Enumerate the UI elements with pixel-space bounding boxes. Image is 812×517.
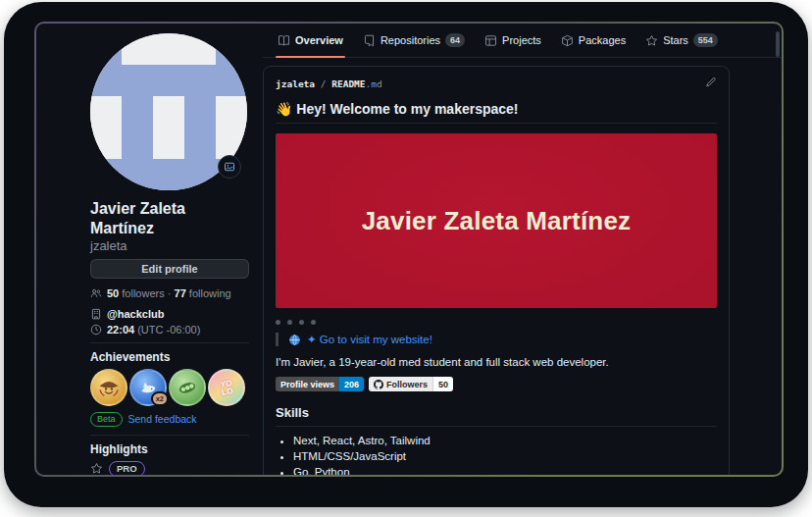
scrollbar-thumb[interactable] (776, 31, 780, 57)
package-icon (561, 34, 574, 47)
followers-badge-count: 50 (432, 377, 453, 391)
repo-count-badge: 64 (445, 33, 465, 47)
beta-badge: Beta (90, 412, 123, 427)
emoji-dot (299, 320, 304, 325)
tab-label: Stars (663, 34, 688, 46)
readme-header: jzaleta / README.md (276, 77, 717, 91)
star-icon (645, 34, 658, 47)
emoji-dot (311, 320, 316, 325)
achievement-pair-extraordinaire[interactable] (169, 369, 206, 406)
readme-banner-image: Javier Zaleta Martínez (276, 133, 717, 308)
github-profile-page: Overview Repositories 64 Projects Packag… (36, 24, 782, 475)
skills-list: Next, React, Astro, Tailwind HTML/CSS/Ja… (276, 435, 717, 475)
profile-readme-card: jzaleta / README.md 👋 Hey! Welcome to my… (263, 66, 730, 475)
book-icon (278, 34, 290, 47)
highlights-title: Highlights (90, 442, 249, 456)
browser-window: Overview Repositories 64 Projects Packag… (34, 22, 784, 477)
building-icon (90, 308, 102, 320)
globe-icon (288, 334, 301, 346)
achievements-beta-row: Beta Send feedback (90, 412, 249, 427)
tab-packages[interactable]: Packages (552, 24, 634, 57)
send-feedback-link[interactable]: Send feedback (128, 413, 197, 425)
clock-icon (90, 324, 102, 336)
stars-count-badge: 554 (693, 33, 718, 47)
pro-badge: PRO (109, 461, 145, 475)
skills-heading: Skills (276, 405, 717, 427)
achievements-title: Achievements (90, 350, 249, 364)
image-icon (224, 161, 235, 173)
readme-breadcrumb: jzaleta / README.md (276, 78, 382, 89)
screenshot-canvas: Overview Repositories 64 Projects Packag… (0, 0, 812, 517)
repo-icon (363, 34, 376, 47)
banner-name-text: Javier Zaleta Martínez (362, 206, 632, 236)
github-logo-icon (374, 380, 383, 389)
tab-label: Packages (579, 34, 626, 46)
local-time: 22:04 (UTC -06:00) (107, 324, 200, 336)
dark-backdrop-frame: Overview Repositories 64 Projects Packag… (4, 2, 808, 507)
decoration-dots (276, 320, 717, 325)
pencil-icon (705, 77, 717, 88)
highlights-pro-row: PRO (90, 461, 249, 475)
profile-sidebar: Javier Zaleta Martínez jzaleta Edit prof… (90, 33, 249, 475)
org-handle: @hackclub (107, 308, 164, 320)
skills-list-item: HTML/CSS/JavaScript (293, 450, 717, 462)
edit-profile-button[interactable]: Edit profile (90, 259, 249, 279)
achievement-quickdraw[interactable] (90, 369, 127, 406)
achievement-yolo[interactable]: YOLO (208, 369, 245, 406)
divider (90, 342, 249, 343)
status-badge[interactable] (218, 155, 241, 179)
tab-label: Overview (295, 34, 343, 46)
followers-row[interactable]: 50 followers · 77 following (90, 287, 249, 299)
yolo-text: YOLO (220, 379, 233, 396)
people-icon (90, 287, 102, 299)
divider (90, 435, 249, 436)
website-blockquote: ✦ Go to visit my website! (276, 333, 717, 346)
profile-views-count: 206 (339, 377, 364, 391)
followers-text: 50 followers · 77 following (107, 287, 231, 299)
tab-repositories[interactable]: Repositories 64 (354, 24, 474, 57)
followers-badge[interactable]: Followers 50 (369, 377, 453, 391)
website-link[interactable]: ✦ Go to visit my website! (307, 333, 432, 346)
table-icon (484, 34, 497, 47)
organization-row[interactable]: @hackclub (90, 308, 249, 320)
tab-label: Projects (502, 34, 541, 46)
tab-label: Repositories (381, 34, 440, 46)
avatar-wrap (90, 33, 247, 190)
pair-extraordinaire-badge-art (174, 374, 201, 401)
bio-text: I'm Javier, a 19-year-old med student an… (276, 356, 717, 368)
skills-list-item: Go, Python (293, 466, 717, 475)
skills-list-item: Next, React, Astro, Tailwind (293, 435, 717, 446)
emoji-dot (287, 320, 292, 325)
profile-tab-bar: Overview Repositories 64 Projects Packag… (263, 24, 782, 58)
readme-heading: 👋 Hey! Welcome to my makerspace! (276, 101, 717, 124)
achievement-pull-shark[interactable]: x2 (129, 369, 167, 406)
edit-readme-button[interactable] (705, 77, 717, 91)
profile-views-label: Profile views (276, 377, 339, 391)
profile-username: jzaleta (90, 238, 249, 255)
achievements-row: x2 YOLO (90, 369, 249, 406)
profile-views-badge[interactable]: Profile views 206 (276, 377, 364, 391)
followers-badge-label: Followers (369, 377, 432, 391)
tab-stars[interactable]: Stars 554 (636, 24, 727, 57)
star-icon (90, 462, 103, 475)
tab-projects[interactable]: Projects (476, 24, 550, 57)
tab-overview[interactable]: Overview (269, 24, 352, 57)
local-time-row: 22:04 (UTC -06:00) (90, 324, 249, 336)
quickdraw-badge-art (95, 374, 123, 401)
shield-badges-row: Profile views 206 Followers 50 (276, 377, 717, 391)
profile-name: Javier Zaleta Martínez (90, 199, 249, 238)
emoji-dot (276, 320, 280, 325)
multiplier-badge: x2 (151, 391, 169, 406)
